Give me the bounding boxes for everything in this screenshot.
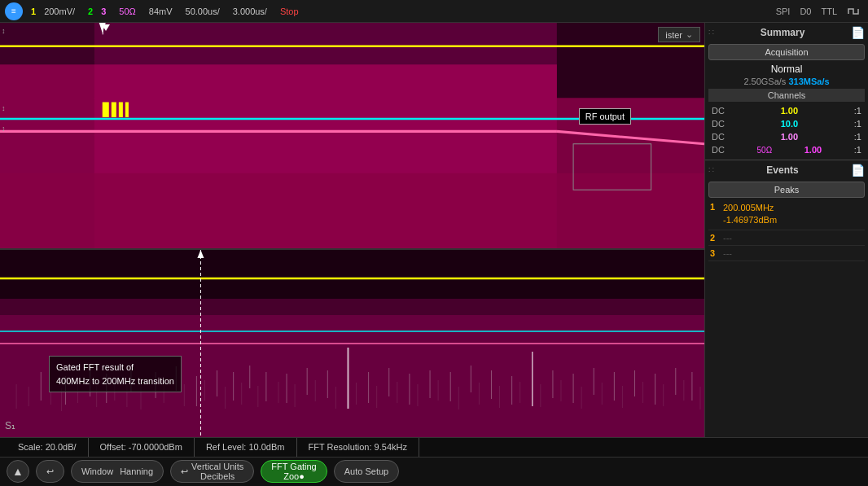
ch4-probe: :1 — [854, 145, 861, 155]
peak-1-values: 200.005MHz -1.46973dBm — [723, 202, 863, 227]
top-toolbar: ≡ 1 200mV/ 2 3 50Ω 84mV 50.00us/ 3.000us… — [0, 0, 868, 23]
undo-icon: ↩ — [46, 466, 54, 477]
fft-description-label: Gated FFT result of 400MHz to 200MHz tra… — [49, 356, 182, 392]
delay: 3.000us/ — [233, 7, 267, 16]
status-bar: Scale: 20.0dB/ Offset: -70.0000dBm Ref L… — [0, 438, 868, 458]
fft-desc-line2: 400MHz to 200MHz transition — [56, 374, 174, 388]
ch3-coupling: DC — [712, 132, 725, 142]
spi-label: SPI — [776, 7, 791, 16]
events-header: ∷ Events 📄 — [708, 164, 865, 177]
ch2-value: 10.0 — [781, 119, 798, 129]
svg-rect-12 — [125, 102, 129, 116]
vertical-label: Vertical Units — [191, 462, 243, 471]
peak-2-empty: --- — [723, 233, 732, 243]
ch1-label: 1 — [31, 7, 36, 16]
svg-marker-4 — [0, 173, 704, 248]
fft-gating-value: Zoo● — [283, 471, 305, 481]
channels-section-label: Channels — [708, 89, 865, 102]
summary-section: ∷ Summary 📄 Acquisition Normal 2.50GSa/s… — [705, 23, 868, 160]
peak-1-freq: 200.005MHz — [723, 202, 863, 214]
y-label-2: ↕ — [2, 104, 6, 112]
menu-icon[interactable]: ≡ — [5, 2, 23, 20]
ch1-value: 1.00 — [781, 106, 798, 116]
trigger-icon — [847, 6, 863, 17]
fft-resolution-display: FFT Resolution: 9.54kHz — [297, 438, 419, 457]
sample-rate-dim: 2.50GSa/s — [743, 77, 786, 86]
acq-mode-label: Normal — [708, 63, 865, 75]
lower-fft-panel: S₁ Gated FFT result of 400MHz to 200MHz … — [0, 250, 704, 437]
y-label-3: ↕ — [2, 125, 6, 133]
ch2-coupling: DC — [712, 119, 725, 129]
channel-row-1: DC 1.00 :1 — [708, 104, 865, 117]
ch4-value: 1.00 — [804, 145, 822, 155]
scope-display: RF output ister ⌄ ↕ ↕ ↕ — [0, 23, 705, 437]
up-arrow-button[interactable]: ▲ — [7, 460, 29, 483]
events-section: ∷ Events 📄 Peaks 1 200.005MHz -1.46973dB… — [705, 160, 868, 437]
channel-row-4: DC 50Ω 1.00 :1 — [708, 143, 865, 156]
summary-doc-icon[interactable]: 📄 — [851, 26, 865, 39]
summary-title: Summary — [761, 27, 805, 38]
undo-button[interactable]: ↩ — [36, 460, 64, 483]
svg-rect-11 — [119, 102, 123, 116]
fft-desc-line1: Gated FFT result of — [56, 361, 174, 374]
ch4-impedance: 50Ω — [757, 146, 773, 155]
trigger-state: Stop — [280, 7, 299, 16]
offset-display: Offset: -70.0000dBm — [89, 438, 195, 457]
main-area: RF output ister ⌄ ↕ ↕ ↕ — [0, 23, 868, 437]
ch1-probe: :1 — [854, 106, 861, 116]
peak-row-2: 2 --- — [708, 230, 865, 246]
ch2-label: 2 — [88, 7, 93, 16]
ref-level-display: Ref Level: 10.0dBm — [195, 438, 297, 457]
ch1-scale: 200mV/ — [44, 7, 75, 16]
scale-display: Scale: 20.0dB/ — [7, 438, 89, 457]
trigger-control[interactable]: ister ⌄ — [658, 27, 700, 42]
peak-3-num: 3 — [710, 248, 723, 258]
sample-rate-display: 2.50GSa/s 313MSa/s — [708, 77, 865, 86]
peak-row-3: 3 --- — [708, 246, 865, 261]
sidebar: ∷ Summary 📄 Acquisition Normal 2.50GSa/s… — [705, 23, 868, 437]
ch3-probe: :1 — [854, 132, 861, 142]
impedance: 50Ω — [119, 7, 135, 16]
peak-3-empty: --- — [723, 248, 732, 258]
ch2-probe: :1 — [854, 119, 861, 129]
auto-setup-button[interactable]: Auto Setup — [334, 460, 399, 483]
ch3-label: 3 — [101, 7, 106, 16]
bottom-toolbar: Scale: 20.0dB/ Offset: -70.0000dBm Ref L… — [0, 437, 868, 486]
peak-1-num: 1 — [710, 202, 723, 212]
vertical-icon: ↩ — [181, 466, 188, 477]
vertical-value: Decibels — [200, 471, 235, 481]
ch3-value: 1.00 — [781, 132, 798, 142]
ch4-coupling: DC — [712, 145, 725, 155]
summary-header: ∷ Summary 📄 — [708, 26, 865, 39]
timebase: 50.00us/ — [186, 7, 220, 16]
y-label-1: ↕ — [2, 27, 6, 35]
fft-gating-button[interactable]: FFT Gating Zoo● — [261, 460, 327, 483]
peak-2-num: 2 — [710, 233, 723, 243]
upper-waveform-svg — [0, 23, 704, 248]
events-doc-icon[interactable]: 📄 — [851, 164, 865, 177]
ch1-coupling: DC — [712, 106, 725, 116]
window-label: Window — [81, 466, 113, 476]
svg-rect-10 — [112, 102, 116, 116]
controls-bar: ▲ ↩ Window Hanning ↩ Vertical Units Deci… — [0, 458, 868, 486]
svg-rect-9 — [103, 102, 109, 116]
fft-waveform-svg: S₁ — [0, 250, 704, 437]
fft-gating-label: FFT Gating — [271, 462, 316, 471]
events-title: Events — [766, 164, 798, 176]
ttl-label: TTL — [821, 7, 837, 16]
trigger-marker — [102, 24, 110, 31]
peaks-button[interactable]: Peaks — [708, 182, 865, 198]
acquisition-button[interactable]: Acquisition — [708, 44, 865, 60]
vertical-units-button[interactable]: ↩ Vertical Units Decibels — [170, 460, 254, 483]
peak-row-1: 1 200.005MHz -1.46973dBm — [708, 199, 865, 230]
peak-1-power: -1.46973dBm — [723, 214, 863, 226]
voltage: 84mV — [149, 7, 173, 16]
window-button[interactable]: Window Hanning — [71, 460, 164, 483]
channel-row-2: DC 10.0 :1 — [708, 117, 865, 130]
svg-text:S₁: S₁ — [5, 420, 15, 431]
upper-waveform-panel: RF output ister ⌄ ↕ ↕ ↕ — [0, 23, 704, 250]
sample-rate-bright: 313MSa/s — [788, 77, 829, 86]
channel-row-3: DC 1.00 :1 — [708, 130, 865, 143]
window-value: Hanning — [120, 466, 153, 476]
d0-label: D0 — [800, 7, 811, 16]
